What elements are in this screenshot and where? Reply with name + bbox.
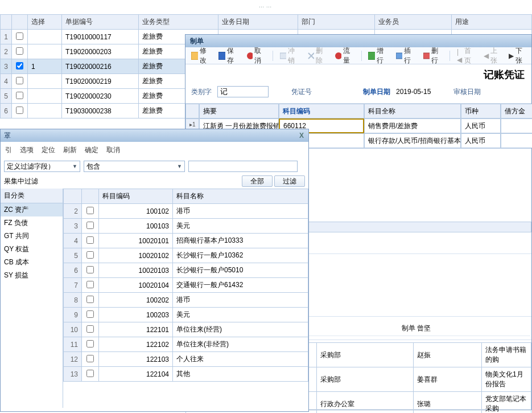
prev-button[interactable]: ◀上张 <box>481 45 503 67</box>
acct-name[interactable]: 港币 <box>173 293 308 308</box>
voucher-heading: 记账凭证 <box>185 64 531 84</box>
acct-code[interactable]: 122104 <box>99 367 173 382</box>
acct-code[interactable]: 100203 <box>99 308 173 322</box>
row-checkbox[interactable] <box>12 89 28 104</box>
sub-label: 果集中过滤 <box>4 177 38 186</box>
acct-code[interactable]: 100103 <box>99 219 173 234</box>
cell-debit[interactable] <box>501 133 532 148</box>
row-checkbox[interactable] <box>82 234 99 248</box>
menu-refresh[interactable]: 刷新 <box>63 145 77 155</box>
acct-name[interactable]: 招商银行基本户10333 <box>173 234 308 248</box>
row-checkbox[interactable] <box>12 59 28 74</box>
tree-item[interactable]: GT 共同 <box>1 230 63 243</box>
acct-name[interactable]: 长沙银行一般户05010 <box>173 263 308 278</box>
acct-name[interactable]: 交通银行一般户61432 <box>173 278 308 293</box>
edit-button[interactable]: 修改 <box>189 45 213 67</box>
svg-rect-3 <box>280 53 287 59</box>
delete-button[interactable]: 删除 <box>305 45 329 67</box>
row-number: 2 <box>64 204 82 219</box>
row-checkbox[interactable] <box>82 352 99 367</box>
row-checkbox[interactable] <box>12 104 28 118</box>
drag-handle[interactable]: …… <box>259 2 274 9</box>
tree-item[interactable]: QY 权益 <box>1 243 63 256</box>
row-checkbox[interactable] <box>12 30 28 44</box>
row-checkbox[interactable] <box>82 204 99 219</box>
acct-code[interactable]: 100102 <box>99 204 173 219</box>
row-checkbox[interactable] <box>82 293 99 308</box>
filter-button[interactable]: 过滤 <box>274 175 305 187</box>
row-checkbox[interactable] <box>82 248 99 263</box>
acct-name[interactable]: 美元 <box>173 219 308 234</box>
row-checkbox[interactable] <box>82 367 99 382</box>
acct-code[interactable]: 10020102 <box>99 248 173 263</box>
row-checkbox[interactable] <box>12 44 28 59</box>
contain-combo[interactable]: 包含 ▼ <box>84 161 185 172</box>
col-use: 用途 <box>452 15 532 30</box>
acct-name[interactable]: 其他 <box>173 367 308 382</box>
tree-item[interactable]: FZ 负债 <box>1 216 63 230</box>
acct-name[interactable]: 单位往来(非经营) <box>173 337 308 352</box>
first-button[interactable]: |◀首页 <box>455 45 478 67</box>
menu-options[interactable]: 选项 <box>20 145 34 155</box>
acct-code[interactable]: 10020103 <box>99 263 173 278</box>
addrow-button[interactable]: 增行 <box>366 45 390 67</box>
row-checkbox[interactable] <box>82 322 99 337</box>
tree-item[interactable]: CB 成本 <box>1 256 63 269</box>
acct-code[interactable]: 10020104 <box>99 278 173 293</box>
col-bizdate: 业务日期 <box>218 15 298 30</box>
acct-code[interactable]: 10020101 <box>99 234 173 248</box>
row-checkbox[interactable] <box>82 278 99 293</box>
row-number: 5 <box>64 248 82 263</box>
cancel-button[interactable]: 取消 <box>244 45 268 67</box>
row-number: 11 <box>64 337 82 352</box>
row-opt <box>28 74 62 89</box>
writeoff-button[interactable]: 冲销 <box>278 45 302 67</box>
tree-item[interactable]: ZC 资产 <box>1 203 63 216</box>
next-button[interactable]: ▶下张 <box>506 45 528 67</box>
acct-code[interactable]: 122102 <box>99 337 173 352</box>
lower-person: 赵振 <box>414 343 482 367</box>
acct-code[interactable]: 100202 <box>99 293 173 308</box>
all-button[interactable]: 全部 <box>242 175 273 187</box>
save-button[interactable]: 保存 <box>216 45 240 67</box>
lookup-menu: 引 选项 定位 刷新 确定 取消 <box>1 142 308 158</box>
cell-name: 银行存款/人民币/招商银行基本 <box>364 133 461 148</box>
acct-name[interactable]: 美元 <box>173 308 308 322</box>
svg-rect-1 <box>218 52 225 60</box>
menu-cancel[interactable]: 取消 <box>106 145 120 155</box>
menu-ref-item[interactable]: 引 <box>5 145 12 155</box>
row-number: 1 <box>1 30 12 44</box>
row-checkbox[interactable] <box>82 263 99 278</box>
menu-locate[interactable]: 定位 <box>42 145 55 155</box>
delrow-button[interactable]: 删行 <box>421 45 445 67</box>
acct-name[interactable]: 个人往来 <box>173 352 308 367</box>
chevron-down-icon: ▼ <box>177 163 182 169</box>
col-code: 科目编码 <box>279 104 364 118</box>
filter-value-input[interactable] <box>188 161 298 172</box>
tree-item[interactable]: SY 损益 <box>1 269 63 282</box>
row-checkbox[interactable] <box>12 74 28 89</box>
lower-person: 姜喜群 <box>414 367 482 392</box>
acct-name[interactable]: 港币 <box>173 204 308 219</box>
acct-name[interactable]: 单位往来(经营) <box>173 322 308 337</box>
row-opt <box>28 104 62 118</box>
row-opt <box>28 89 62 104</box>
flow-button[interactable]: 流量 <box>332 45 356 67</box>
row-number: 13 <box>64 367 82 382</box>
acct-name[interactable]: 长沙银行一般户10362 <box>173 248 308 263</box>
row-checkbox[interactable] <box>82 308 99 322</box>
cat-input[interactable] <box>217 86 269 97</box>
row-checkbox[interactable] <box>82 219 99 234</box>
acct-code[interactable]: 122103 <box>99 352 173 367</box>
close-button[interactable]: X <box>295 129 308 142</box>
row-checkbox[interactable] <box>82 337 99 352</box>
row-number: 3 <box>64 219 82 234</box>
filter-field-combo[interactable]: 定义过滤字段） ▼ <box>4 161 80 172</box>
menu-ok[interactable]: 确定 <box>85 145 98 155</box>
cell-debit[interactable] <box>501 118 532 133</box>
row-number: 10 <box>64 322 82 337</box>
row-number: 9 <box>64 308 82 322</box>
row-number: 3 <box>1 59 12 74</box>
acct-code[interactable]: 122101 <box>99 322 173 337</box>
insrow-button[interactable]: 插行 <box>394 45 418 67</box>
